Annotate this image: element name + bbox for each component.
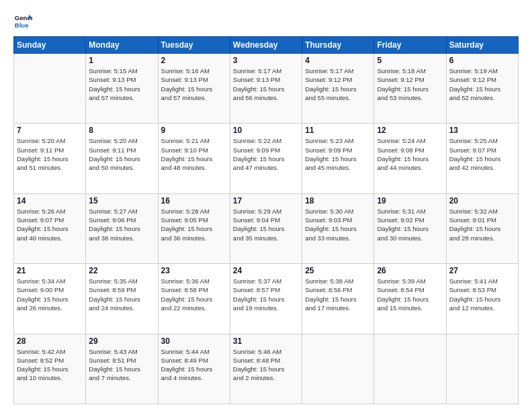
calendar-cell: 5Sunrise: 5:18 AMSunset: 9:12 PMDaylight…: [374, 54, 446, 124]
calendar-cell: [14, 54, 86, 124]
day-number: 3: [233, 56, 299, 65]
day-info: Sunrise: 5:28 AMSunset: 9:05 PMDaylight:…: [161, 207, 227, 242]
day-info: Sunrise: 5:19 AMSunset: 9:12 PMDaylight:…: [449, 66, 515, 102]
calendar-cell: 14Sunrise: 5:26 AMSunset: 9:07 PMDayligh…: [14, 193, 86, 263]
calendar-cell: 10Sunrise: 5:22 AMSunset: 9:09 PMDayligh…: [230, 124, 302, 193]
day-info: Sunrise: 5:16 AMSunset: 9:13 PMDaylight:…: [161, 66, 227, 102]
day-info: Sunrise: 5:46 AMSunset: 8:48 PMDaylight:…: [233, 347, 299, 383]
svg-text:Blue: Blue: [15, 21, 29, 29]
day-info: Sunrise: 5:25 AMSunset: 9:07 PMDaylight:…: [449, 136, 515, 172]
day-number: 4: [305, 56, 371, 65]
calendar-cell: 29Sunrise: 5:43 AMSunset: 8:51 PMDayligh…: [86, 334, 158, 404]
calendar-day-header: Friday: [374, 37, 446, 54]
calendar-cell: 21Sunrise: 5:34 AMSunset: 9:00 PMDayligh…: [14, 264, 86, 334]
calendar-cell: [446, 334, 518, 404]
calendar-cell: 4Sunrise: 5:17 AMSunset: 9:12 PMDaylight…: [302, 54, 374, 124]
day-info: Sunrise: 5:21 AMSunset: 9:10 PMDaylight:…: [161, 136, 227, 172]
day-info: Sunrise: 5:36 AMSunset: 8:58 PMDaylight:…: [161, 277, 227, 312]
calendar-cell: 1Sunrise: 5:15 AMSunset: 9:13 PMDaylight…: [86, 54, 158, 124]
day-number: 16: [161, 196, 227, 205]
day-info: Sunrise: 5:23 AMSunset: 9:09 PMDaylight:…: [305, 136, 371, 172]
day-info: Sunrise: 5:22 AMSunset: 9:09 PMDaylight:…: [233, 136, 299, 172]
calendar-cell: 16Sunrise: 5:28 AMSunset: 9:05 PMDayligh…: [158, 193, 230, 263]
calendar-cell: 3Sunrise: 5:17 AMSunset: 9:13 PMDaylight…: [230, 54, 302, 124]
calendar-cell: 8Sunrise: 5:20 AMSunset: 9:11 PMDaylight…: [86, 124, 158, 193]
calendar-day-header: Thursday: [302, 37, 374, 54]
calendar-table: SundayMondayTuesdayWednesdayThursdayFrid…: [13, 36, 519, 404]
calendar-cell: 22Sunrise: 5:35 AMSunset: 8:59 PMDayligh…: [86, 264, 158, 334]
calendar-cell: 23Sunrise: 5:36 AMSunset: 8:58 PMDayligh…: [158, 264, 230, 334]
calendar-day-header: Monday: [86, 37, 158, 54]
day-number: 31: [233, 336, 299, 346]
day-number: 10: [233, 126, 299, 135]
day-info: Sunrise: 5:15 AMSunset: 9:13 PMDaylight:…: [89, 66, 154, 102]
day-info: Sunrise: 5:44 AMSunset: 8:49 PMDaylight:…: [161, 347, 227, 383]
day-info: Sunrise: 5:17 AMSunset: 9:13 PMDaylight:…: [233, 66, 299, 102]
day-number: 2: [161, 56, 227, 65]
day-number: 24: [233, 266, 299, 275]
calendar-cell: 12Sunrise: 5:24 AMSunset: 9:08 PMDayligh…: [374, 124, 446, 193]
day-number: 1: [89, 56, 154, 65]
day-number: 17: [233, 196, 299, 205]
calendar-cell: 28Sunrise: 5:42 AMSunset: 8:52 PMDayligh…: [14, 334, 86, 404]
day-info: Sunrise: 5:24 AMSunset: 9:08 PMDaylight:…: [377, 136, 443, 172]
day-number: 23: [161, 266, 227, 275]
day-info: Sunrise: 5:18 AMSunset: 9:12 PMDaylight:…: [377, 66, 443, 102]
day-number: 14: [17, 196, 83, 205]
calendar-cell: 18Sunrise: 5:30 AMSunset: 9:03 PMDayligh…: [302, 193, 374, 263]
day-info: Sunrise: 5:30 AMSunset: 9:03 PMDaylight:…: [305, 207, 371, 242]
header: General Blue: [13, 12, 519, 31]
day-info: Sunrise: 5:37 AMSunset: 8:57 PMDaylight:…: [233, 277, 299, 312]
day-number: 8: [89, 126, 154, 135]
page: General Blue SundayMondayTuesdayWednesda…: [0, 0, 532, 411]
calendar-cell: [302, 334, 374, 404]
logo: General Blue: [13, 12, 32, 31]
calendar-cell: 26Sunrise: 5:39 AMSunset: 8:54 PMDayligh…: [374, 264, 446, 334]
day-info: Sunrise: 5:20 AMSunset: 9:11 PMDaylight:…: [17, 136, 83, 172]
day-number: 12: [377, 126, 443, 135]
calendar-cell: 27Sunrise: 5:41 AMSunset: 8:53 PMDayligh…: [446, 264, 518, 334]
day-number: 19: [377, 196, 443, 205]
calendar-cell: 7Sunrise: 5:20 AMSunset: 9:11 PMDaylight…: [14, 124, 86, 193]
calendar-cell: 25Sunrise: 5:38 AMSunset: 8:56 PMDayligh…: [302, 264, 374, 334]
day-info: Sunrise: 5:26 AMSunset: 9:07 PMDaylight:…: [17, 207, 83, 242]
day-info: Sunrise: 5:17 AMSunset: 9:12 PMDaylight:…: [305, 66, 371, 102]
calendar-day-header: Tuesday: [158, 37, 230, 54]
calendar-cell: 2Sunrise: 5:16 AMSunset: 9:13 PMDaylight…: [158, 54, 230, 124]
calendar-day-header: Saturday: [446, 37, 518, 54]
calendar-cell: 9Sunrise: 5:21 AMSunset: 9:10 PMDaylight…: [158, 124, 230, 193]
day-number: 13: [449, 126, 515, 135]
day-info: Sunrise: 5:29 AMSunset: 9:04 PMDaylight:…: [233, 207, 299, 242]
calendar-cell: [374, 334, 446, 404]
calendar-header-row: SundayMondayTuesdayWednesdayThursdayFrid…: [14, 37, 519, 54]
calendar-cell: 19Sunrise: 5:31 AMSunset: 9:02 PMDayligh…: [374, 193, 446, 263]
day-info: Sunrise: 5:41 AMSunset: 8:53 PMDaylight:…: [449, 277, 515, 312]
day-number: 27: [449, 266, 515, 275]
day-info: Sunrise: 5:39 AMSunset: 8:54 PMDaylight:…: [377, 277, 443, 312]
calendar-cell: 24Sunrise: 5:37 AMSunset: 8:57 PMDayligh…: [230, 264, 302, 334]
day-number: 26: [377, 266, 443, 275]
calendar-week-row: 21Sunrise: 5:34 AMSunset: 9:00 PMDayligh…: [14, 264, 519, 334]
day-number: 5: [377, 56, 443, 65]
day-number: 28: [17, 336, 83, 346]
calendar-cell: 30Sunrise: 5:44 AMSunset: 8:49 PMDayligh…: [158, 334, 230, 404]
calendar-cell: 17Sunrise: 5:29 AMSunset: 9:04 PMDayligh…: [230, 193, 302, 263]
day-number: 18: [305, 196, 371, 205]
day-info: Sunrise: 5:27 AMSunset: 9:06 PMDaylight:…: [89, 207, 154, 242]
calendar-week-row: 1Sunrise: 5:15 AMSunset: 9:13 PMDaylight…: [14, 54, 519, 124]
calendar-week-row: 7Sunrise: 5:20 AMSunset: 9:11 PMDaylight…: [14, 124, 519, 193]
calendar-cell: 11Sunrise: 5:23 AMSunset: 9:09 PMDayligh…: [302, 124, 374, 193]
calendar-week-row: 14Sunrise: 5:26 AMSunset: 9:07 PMDayligh…: [14, 193, 519, 263]
day-info: Sunrise: 5:34 AMSunset: 9:00 PMDaylight:…: [17, 277, 83, 312]
day-number: 6: [449, 56, 515, 65]
day-number: 20: [449, 196, 515, 205]
day-number: 29: [89, 336, 154, 346]
day-number: 9: [161, 126, 227, 135]
day-number: 15: [89, 196, 154, 205]
day-number: 22: [89, 266, 154, 275]
day-number: 11: [305, 126, 371, 135]
calendar-day-header: Wednesday: [230, 37, 302, 54]
day-info: Sunrise: 5:31 AMSunset: 9:02 PMDaylight:…: [377, 207, 443, 242]
day-number: 30: [161, 336, 227, 346]
calendar-cell: 20Sunrise: 5:32 AMSunset: 9:01 PMDayligh…: [446, 193, 518, 263]
